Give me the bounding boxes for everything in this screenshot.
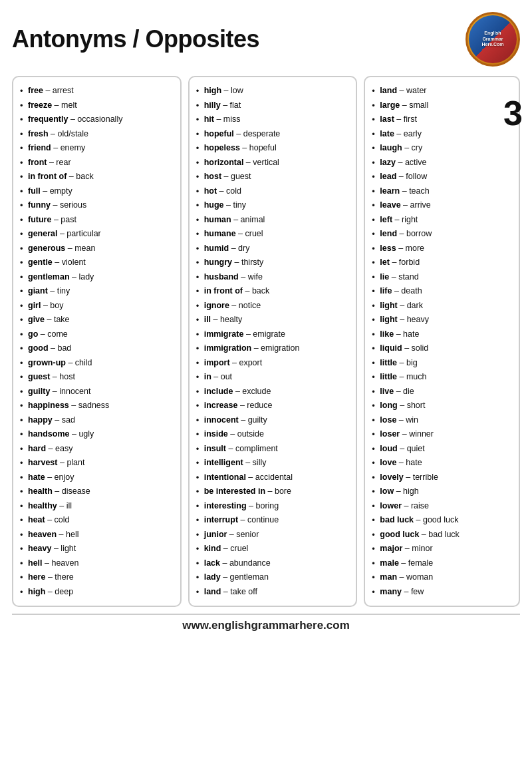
- list-item: last – first: [370, 112, 513, 127]
- list-item: husband – wife: [195, 270, 351, 285]
- list-item: intelligent – silly: [195, 456, 351, 471]
- list-item: front – rear: [19, 156, 175, 170]
- list-item: free – arrest: [19, 84, 175, 98]
- list-item: future – past: [19, 213, 175, 228]
- list-item: life – death: [370, 284, 513, 299]
- list-item: late – early: [370, 127, 513, 142]
- list-item: man – woman: [370, 570, 513, 585]
- page-header: Antonyms / Opposites EnglishGrammarHere.…: [12, 12, 520, 67]
- column-2: high – lowhilly – flathit – misshopeful …: [188, 76, 358, 607]
- list-item: health – disease: [19, 484, 175, 499]
- list-item: learn – teach: [370, 184, 513, 199]
- list-item: lie – stand: [370, 270, 513, 285]
- list-item: in front of – back: [195, 284, 351, 299]
- list-item: lady – gentleman: [195, 570, 351, 585]
- list-item: little – much: [370, 370, 513, 385]
- list-item: giant – tiny: [19, 284, 175, 299]
- list-item: low – high: [370, 484, 513, 499]
- list-item: junior – senior: [195, 528, 351, 542]
- list-item: fresh – old/stale: [19, 127, 175, 142]
- list-item: leave – arrive: [370, 198, 513, 213]
- list-item: lose – win: [370, 413, 513, 428]
- list-item: less – more: [370, 242, 513, 256]
- list-item: good – bad: [19, 341, 175, 356]
- list-item: intentional – accidental: [195, 471, 351, 485]
- list-item: healthy – ill: [19, 499, 175, 514]
- list-item: hilly – flat: [195, 98, 351, 113]
- list-item: left – right: [370, 213, 513, 228]
- list-item: hungry – thirsty: [195, 256, 351, 270]
- list-item: ill – healty: [195, 313, 351, 327]
- list-item: here – there: [19, 570, 175, 585]
- list-item: lovely – terrible: [370, 471, 513, 485]
- list-item: freeze – melt: [19, 98, 175, 113]
- list-item: guest – host: [19, 370, 175, 385]
- list-item: heat – cold: [19, 513, 175, 528]
- page-title: Antonyms / Opposites: [12, 25, 259, 53]
- list-item: lend – borrow: [370, 227, 513, 242]
- list-item: increase – reduce: [195, 399, 351, 413]
- list-item: ignore – notice: [195, 299, 351, 313]
- column-3: land – waterlarge – smalllast – firstlat…: [364, 76, 520, 607]
- list-item: little – big: [370, 356, 513, 371]
- list-item: in front of – back: [19, 170, 175, 184]
- list-item: humane – cruel: [195, 227, 351, 242]
- footer-url: www.englishgrammarhere.com: [182, 619, 350, 632]
- list-item: love – hate: [370, 456, 513, 471]
- list-item: immigrate – emigrate: [195, 327, 351, 342]
- list-item: bad luck – good luck: [370, 513, 513, 528]
- list-item: include – exclude: [195, 385, 351, 399]
- list-item: hopeful – desperate: [195, 127, 351, 142]
- list-item: liquid – solid: [370, 341, 513, 356]
- list-item: lower – raise: [370, 499, 513, 514]
- list-item: general – particular: [19, 227, 175, 242]
- list-item: land – take off: [195, 585, 351, 600]
- list-item: harvest – plant: [19, 456, 175, 471]
- list-item: import – export: [195, 356, 351, 371]
- list-item: lead – follow: [370, 170, 513, 184]
- list-item: friend – enemy: [19, 141, 175, 156]
- list-item: male – female: [370, 556, 513, 571]
- list-item: hate – enjoy: [19, 471, 175, 485]
- list-item: in – out: [195, 370, 351, 385]
- list-item: lack – abundance: [195, 556, 351, 571]
- list-item: hard – easy: [19, 442, 175, 457]
- list-item: guilty – innocent: [19, 385, 175, 399]
- list-item: lazy – active: [370, 156, 513, 170]
- column-3-wrapper: 3 land – waterlarge – smalllast – firstl…: [364, 76, 520, 607]
- page-number: 3: [503, 96, 523, 130]
- list-item: happiness – sadness: [19, 399, 175, 413]
- list-item: laugh – cry: [370, 141, 513, 156]
- list-item: innocent – guilty: [195, 413, 351, 428]
- list-item: generous – mean: [19, 242, 175, 256]
- list-item: humid – dry: [195, 242, 351, 256]
- list-item: interesting – boring: [195, 499, 351, 514]
- list-item: horizontal – vertical: [195, 156, 351, 170]
- list-item: heaven – hell: [19, 528, 175, 542]
- list-item: heavy – light: [19, 542, 175, 556]
- list-item: light – heavy: [370, 313, 513, 327]
- footer: www.englishgrammarhere.com: [12, 614, 520, 634]
- list-item: hopeless – hopeful: [195, 141, 351, 156]
- logo: EnglishGrammarHere.Com: [466, 12, 520, 67]
- list-item: give – take: [19, 313, 175, 327]
- list-item: interrupt – continue: [195, 513, 351, 528]
- list-item: full – empty: [19, 184, 175, 199]
- list-item: huge – tiny: [195, 198, 351, 213]
- list-item: hot – cold: [195, 184, 351, 199]
- list-item: kind – cruel: [195, 542, 351, 556]
- list-item: insult – compliment: [195, 442, 351, 457]
- list-item: hit – miss: [195, 112, 351, 127]
- list-item: long – short: [370, 399, 513, 413]
- list-item: funny – serious: [19, 198, 175, 213]
- list-item: major – minor: [370, 542, 513, 556]
- list-item: large – small: [370, 98, 513, 113]
- list-item: human – animal: [195, 213, 351, 228]
- list-item: handsome – ugly: [19, 427, 175, 442]
- list-item: land – water: [370, 84, 513, 98]
- list-item: live – die: [370, 385, 513, 399]
- list-item: many – few: [370, 585, 513, 600]
- list-item: let – forbid: [370, 256, 513, 270]
- column-1: free – arrestfreeze – meltfrequently – o…: [12, 76, 182, 607]
- list-item: go – come: [19, 327, 175, 342]
